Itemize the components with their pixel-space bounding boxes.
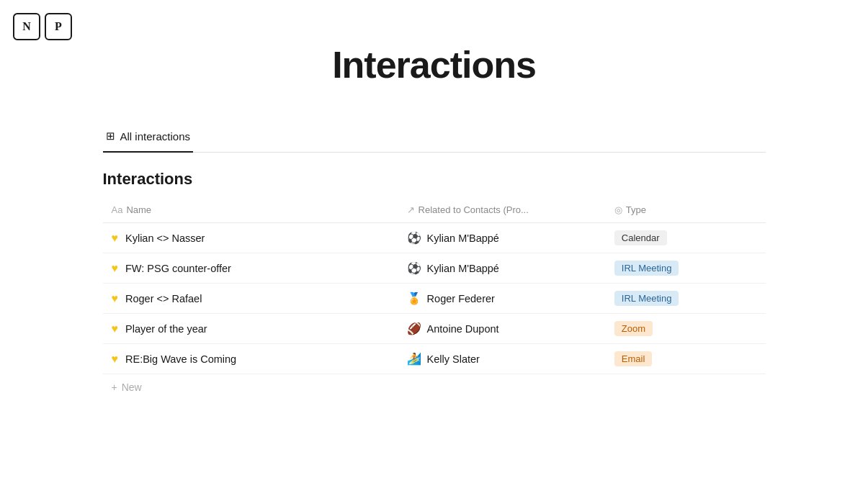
contact-name-2: Roger Federer bbox=[427, 293, 495, 304]
cell-type-1: IRL Meeting bbox=[606, 253, 766, 284]
cell-contact-3: 🏈 Antoine Dupont bbox=[398, 314, 606, 344]
row-dot-4: ♥ bbox=[112, 353, 119, 366]
contact-name-1: Kylian M'Bappé bbox=[427, 263, 499, 274]
type-badge-4: Email bbox=[614, 351, 653, 366]
row-dot-3: ♥ bbox=[112, 322, 119, 335]
contact-emoji-3: 🏈 bbox=[407, 322, 421, 335]
row-name-0: Kylian <> Nasser bbox=[125, 232, 205, 244]
logo-box-n: N bbox=[13, 13, 40, 40]
cell-name-3: ♥ Player of the year bbox=[103, 314, 398, 344]
new-row-label: New bbox=[122, 381, 142, 393]
row-name-3: Player of the year bbox=[125, 323, 207, 335]
table-row[interactable]: ♥ RE:Big Wave is Coming 🏄 Kelly Slater E… bbox=[103, 344, 766, 374]
cell-type-4: Email bbox=[606, 344, 766, 374]
contact-name-0: Kylian M'Bappé bbox=[427, 232, 499, 244]
cell-contact-4: 🏄 Kelly Slater bbox=[398, 344, 606, 374]
col-header-name: Aa Name bbox=[103, 200, 398, 223]
cell-contact-1: ⚽ Kylian M'Bappé bbox=[398, 253, 606, 284]
logo-box-p: P bbox=[45, 13, 72, 40]
table-title: Interactions bbox=[103, 170, 766, 189]
row-name-1: FW: PSG counter-offer bbox=[125, 263, 231, 274]
contact-emoji-4: 🏄 bbox=[407, 352, 421, 366]
col-header-type: ◎ Type bbox=[606, 200, 766, 223]
table-grid-icon: ⊞ bbox=[106, 130, 115, 143]
table-header-row: Aa Name ↗ Related to Contacts (Pro... ◎ … bbox=[103, 200, 766, 223]
type-col-icon: ◎ bbox=[614, 204, 622, 215]
type-badge-2: IRL Meeting bbox=[614, 291, 679, 306]
cell-contact-0: ⚽ Kylian M'Bappé bbox=[398, 223, 606, 253]
interactions-table: Aa Name ↗ Related to Contacts (Pro... ◎ … bbox=[103, 200, 766, 374]
row-name-2: Roger <> Rafael bbox=[125, 293, 202, 304]
col-header-contacts: ↗ Related to Contacts (Pro... bbox=[398, 200, 606, 223]
row-dot-0: ♥ bbox=[112, 232, 119, 245]
type-badge-3: Zoom bbox=[614, 321, 653, 336]
tabs-bar: ⊞ All interactions bbox=[103, 122, 766, 153]
page-title: Interactions bbox=[103, 43, 766, 86]
row-dot-2: ♥ bbox=[112, 292, 119, 305]
row-name-4: RE:Big Wave is Coming bbox=[125, 353, 236, 365]
table-row[interactable]: ♥ Kylian <> Nasser ⚽ Kylian M'Bappé Cale… bbox=[103, 223, 766, 253]
new-row-button[interactable]: + New bbox=[103, 374, 766, 400]
table-row[interactable]: ♥ FW: PSG counter-offer ⚽ Kylian M'Bappé… bbox=[103, 253, 766, 284]
table-row[interactable]: ♥ Roger <> Rafael 🏅 Roger Federer IRL Me… bbox=[103, 284, 766, 314]
col-type-label: Type bbox=[626, 204, 646, 215]
cell-name-0: ♥ Kylian <> Nasser bbox=[103, 223, 398, 253]
cell-name-4: ♥ RE:Big Wave is Coming bbox=[103, 344, 398, 374]
type-badge-1: IRL Meeting bbox=[614, 261, 679, 276]
contact-name-3: Antoine Dupont bbox=[427, 323, 499, 335]
type-badge-0: Calendar bbox=[614, 230, 667, 245]
cell-type-3: Zoom bbox=[606, 314, 766, 344]
col-contacts-label: Related to Contacts (Pro... bbox=[419, 204, 529, 215]
contact-emoji-0: ⚽ bbox=[407, 231, 421, 245]
contact-name-4: Kelly Slater bbox=[427, 353, 480, 365]
contact-emoji-2: 🏅 bbox=[407, 292, 421, 305]
cell-name-1: ♥ FW: PSG counter-offer bbox=[103, 253, 398, 284]
name-col-icon: Aa bbox=[112, 204, 123, 215]
contacts-col-icon: ↗ bbox=[407, 204, 415, 215]
cell-contact-2: 🏅 Roger Federer bbox=[398, 284, 606, 314]
contact-emoji-1: ⚽ bbox=[407, 261, 421, 275]
plus-icon: + bbox=[112, 381, 117, 393]
row-dot-1: ♥ bbox=[112, 262, 119, 275]
cell-name-2: ♥ Roger <> Rafael bbox=[103, 284, 398, 314]
tab-all-interactions[interactable]: ⊞ All interactions bbox=[103, 122, 194, 153]
logo: N P bbox=[13, 13, 72, 40]
table-row[interactable]: ♥ Player of the year 🏈 Antoine Dupont Zo… bbox=[103, 314, 766, 344]
cell-type-2: IRL Meeting bbox=[606, 284, 766, 314]
tab-label: All interactions bbox=[120, 130, 191, 143]
col-name-label: Name bbox=[126, 204, 151, 215]
cell-type-0: Calendar bbox=[606, 223, 766, 253]
main-content: Interactions ⊞ All interactions Interact… bbox=[89, 0, 780, 429]
